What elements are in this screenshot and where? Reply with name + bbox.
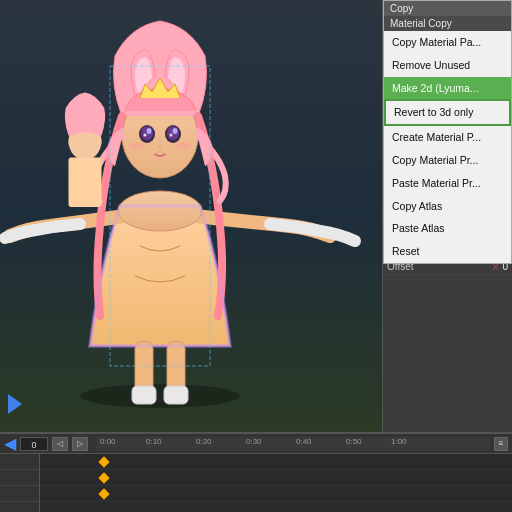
menu-item-create-material[interactable]: Create Material P... [384,126,511,149]
menu-item-make-2d[interactable]: Make 2d (Lyuma... [384,77,511,100]
main-area: Copy Material Copy Copy Material Pa... R… [0,0,512,432]
keyframe-1[interactable] [98,472,109,483]
frame-number[interactable]: 0 [20,437,48,451]
svg-rect-20 [69,158,102,208]
ruler-5: 0:50 [346,437,362,446]
keyframe-2[interactable] [98,488,109,499]
context-menu: Copy Material Copy Copy Material Pa... R… [383,0,512,264]
timeline-tracks [0,454,512,512]
timeline-header: ◀ 0 ◁ ▷ 0:00 0:10 0:20 0:30 0:40 0:50 1:… [0,434,512,454]
track-labels [0,454,40,512]
timeline: ◀ 0 ◁ ▷ 0:00 0:10 0:20 0:30 0:40 0:50 1:… [0,432,512,512]
copy-label: Copy [390,3,413,14]
svg-point-6 [147,128,152,134]
track-row-2 [40,486,512,502]
prev-keyframe-button[interactable]: ◁ [52,437,68,451]
viewport[interactable] [0,0,382,432]
svg-point-1 [80,384,240,408]
menu-item-copy-atlas[interactable]: Copy Atlas [384,195,511,218]
menu-item-reset[interactable]: Reset [384,240,511,263]
ruler-0: 0:00 [100,437,116,446]
track-area[interactable] [40,454,512,512]
svg-point-2 [118,191,202,231]
timeline-settings-button[interactable]: ≡ [494,437,508,451]
menu-item-paste-material-pr[interactable]: Paste Material Pr... [384,172,511,195]
svg-point-5 [141,126,153,140]
next-keyframe-button[interactable]: ▷ [72,437,88,451]
svg-point-7 [144,134,147,137]
menu-item-revert-3d[interactable]: Revert to 3d only [384,99,511,126]
track-row-1 [40,470,512,486]
right-panel: Copy Material Copy Copy Material Pa... R… [382,0,512,432]
ruler-1: 0:10 [146,437,162,446]
svg-point-13 [175,142,191,150]
track-label-0 [0,454,39,470]
svg-rect-17 [164,386,188,404]
material-copy-label: Material Copy [390,18,452,29]
track-label-1 [0,470,39,486]
svg-point-21 [69,132,102,152]
play-arrow-icon[interactable]: ◀ [4,434,16,453]
svg-point-10 [173,128,178,134]
menu-item-copy-material-pr[interactable]: Copy Material Pr... [384,149,511,172]
svg-rect-16 [132,386,156,404]
ruler-6: 1:00 [391,437,407,446]
ruler-4: 0:40 [296,437,312,446]
track-row-0 [40,454,512,470]
track-label-2 [0,486,39,502]
ruler-container: 0:00 0:10 0:20 0:30 0:40 0:50 1:00 [96,437,490,451]
svg-point-9 [167,126,179,140]
menu-item-remove-unused[interactable]: Remove Unused [384,54,511,77]
ruler-3: 0:30 [246,437,262,446]
ruler-2: 0:20 [196,437,212,446]
keyframe-0[interactable] [98,456,109,467]
svg-point-11 [170,134,173,137]
menu-item-copy-material-pa[interactable]: Copy Material Pa... [384,31,511,54]
menu-item-paste-atlas[interactable]: Paste Atlas [384,217,511,240]
svg-point-12 [129,142,145,150]
